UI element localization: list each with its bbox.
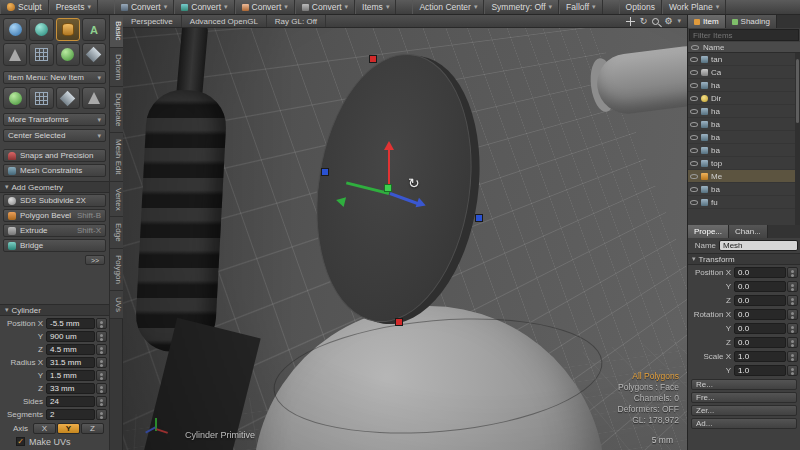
gizmo-y-arrowhead[interactable]	[384, 141, 394, 150]
mini-slider[interactable]	[96, 383, 107, 394]
position-z-input[interactable]: 4.5 mm	[46, 344, 95, 355]
visibility-eye-icon[interactable]	[690, 174, 698, 179]
zoom-icon[interactable]	[652, 18, 659, 25]
item-list-row[interactable]: ba	[688, 118, 800, 131]
pan-icon[interactable]	[626, 17, 635, 26]
expand-panel-button[interactable]: >>	[85, 255, 105, 265]
mini-slider[interactable]	[787, 295, 798, 306]
position-y-input[interactable]: 900 um	[46, 331, 95, 342]
mini-slider[interactable]	[96, 318, 107, 329]
tab-uvs[interactable]: UVs	[110, 291, 123, 319]
pyramid-tool-button[interactable]	[82, 87, 106, 109]
bridge-button[interactable]: Bridge	[3, 239, 106, 252]
transform-position-y-input[interactable]: 0.0	[734, 281, 786, 292]
mini-slider[interactable]	[96, 344, 107, 355]
position-x-input[interactable]: -5.5 mm	[46, 318, 95, 329]
transform-scale-y-input[interactable]: 1.0	[734, 365, 786, 376]
sculpt-button[interactable]: Sculpt	[0, 0, 49, 14]
tab-basic[interactable]: Basic	[110, 15, 123, 48]
item-list-row[interactable]: ba	[688, 131, 800, 144]
tab-deform[interactable]: Deform	[110, 48, 123, 87]
transform-rotation-x-input[interactable]: 0.0	[734, 309, 786, 320]
gizmo-y-axis[interactable]	[388, 150, 390, 188]
tab-shading[interactable]: Shading	[726, 15, 777, 28]
visibility-eye-icon[interactable]	[690, 148, 698, 153]
perspective-selector[interactable]: Perspective	[123, 15, 182, 27]
tab-vertex[interactable]: Vertex	[110, 182, 123, 218]
dropdown-arrow-icon[interactable]: ▾	[677, 17, 681, 25]
render-style-selector[interactable]: Advanced OpenGL	[182, 15, 267, 27]
item-list-row[interactable]: Dir	[688, 92, 800, 105]
visibility-eye-icon[interactable]	[690, 200, 698, 205]
symmetry-button[interactable]: Symmetry: Off ▾	[484, 0, 559, 14]
tab-channels[interactable]: Chan...	[729, 225, 768, 238]
transform-rotation-y-input[interactable]: 0.0	[734, 323, 786, 334]
zero-button[interactable]: Zer...	[691, 405, 797, 416]
axis-x-button[interactable]: X	[33, 423, 56, 434]
scrollbar-thumb[interactable]	[796, 59, 799, 123]
mini-slider[interactable]	[96, 357, 107, 368]
axis-z-button[interactable]: Z	[81, 423, 104, 434]
visibility-eye-icon[interactable]	[690, 70, 698, 75]
tab-polygon[interactable]: Polygon	[110, 249, 123, 291]
instance-tool-button[interactable]	[3, 87, 27, 109]
orbit-icon[interactable]: ↻	[640, 17, 648, 26]
transform-section-header[interactable]: ▾ Transform	[688, 253, 800, 265]
lattice-tool-button[interactable]	[29, 43, 53, 66]
item-list-row[interactable]: ba	[688, 144, 800, 157]
tab-duplicate[interactable]: Duplicate	[110, 87, 123, 133]
transform-rotation-z-input[interactable]: 0.0	[734, 337, 786, 348]
action-center-button[interactable]: Action Center ▾	[412, 0, 484, 14]
tab-edge[interactable]: Edge	[110, 217, 123, 249]
sides-input[interactable]: 24	[46, 396, 95, 407]
mini-slider[interactable]	[96, 396, 107, 407]
raygl-toggle[interactable]: Ray GL: Off	[267, 15, 326, 27]
plane-tool-button[interactable]	[29, 87, 53, 109]
gem-tool-button[interactable]	[82, 43, 106, 66]
add-button[interactable]: Ad...	[691, 418, 797, 429]
mini-slider[interactable]	[787, 337, 798, 348]
capsule-tool-button[interactable]	[29, 18, 53, 41]
sphere-tool-button[interactable]	[3, 18, 27, 41]
edit-handle-top[interactable]	[369, 55, 377, 63]
item-menu-dropdown[interactable]: Item Menu: New Item ▾	[3, 71, 106, 84]
convert-button-4[interactable]: Convert ▾	[295, 0, 355, 14]
convert-button-3[interactable]: Convert ▾	[235, 0, 295, 14]
mini-slider[interactable]	[787, 323, 798, 334]
tab-item[interactable]: Item	[688, 15, 726, 28]
item-list-row[interactable]: ba	[688, 183, 800, 196]
mini-slider[interactable]	[787, 351, 798, 362]
mini-slider[interactable]	[787, 365, 798, 376]
axis-y-button[interactable]: Y	[57, 423, 80, 434]
visibility-eye-icon[interactable]	[690, 161, 698, 166]
visibility-eye-icon[interactable]	[690, 135, 698, 140]
presets-button[interactable]: Presets ▾	[49, 0, 98, 14]
cylinder-tool-button[interactable]	[56, 18, 80, 41]
visibility-eye-icon[interactable]	[690, 57, 698, 62]
scene-canvas[interactable]: ↻ Cylinder Primitive All Polygons Polygo…	[123, 28, 687, 450]
items-button[interactable]: Items ▾	[355, 0, 396, 14]
freeze-button[interactable]: Fre...	[691, 392, 797, 403]
visibility-eye-icon[interactable]	[690, 96, 698, 101]
scene-object-stack[interactable]	[134, 88, 228, 354]
tab-mesh-edit[interactable]: Mesh Edit	[110, 133, 123, 182]
mini-slider[interactable]	[96, 409, 107, 420]
extrude-button[interactable]: Extrude Shift-X	[3, 224, 106, 237]
mesh-constraints-button[interactable]: Mesh Constraints	[3, 164, 106, 177]
mini-slider[interactable]	[96, 370, 107, 381]
gizmo-center-handle[interactable]	[384, 184, 392, 192]
make-uvs-checkbox[interactable]: ✓	[16, 437, 25, 446]
falloff-button[interactable]: Falloff ▾	[559, 0, 603, 14]
edit-handle-bottom[interactable]	[395, 318, 403, 326]
mini-slider[interactable]	[787, 309, 798, 320]
mini-slider[interactable]	[96, 331, 107, 342]
visibility-eye-icon[interactable]	[690, 83, 698, 88]
rotate-mode-icon[interactable]: ↻	[408, 175, 420, 191]
edit-handle-left[interactable]	[321, 168, 329, 176]
mini-slider[interactable]	[787, 281, 798, 292]
item-name-input[interactable]: Mesh	[719, 240, 798, 251]
cone-tool-button[interactable]	[3, 43, 27, 66]
work-plane-button[interactable]: Work Plane ▾	[662, 0, 726, 14]
item-list-row[interactable]: ha	[688, 79, 800, 92]
item-list-row[interactable]: fu	[688, 196, 800, 209]
